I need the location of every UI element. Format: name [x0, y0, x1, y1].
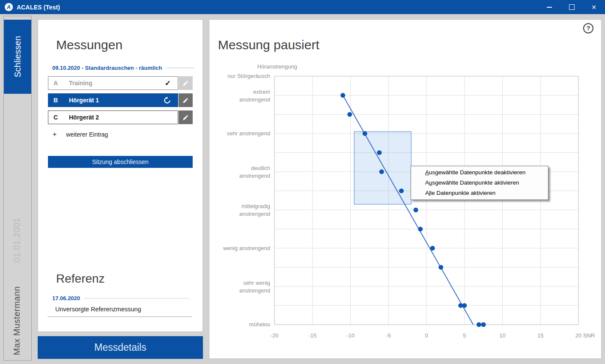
x-tick-label: 0 [425, 332, 428, 339]
data-point[interactable] [399, 188, 404, 193]
measurement-key: A [54, 80, 69, 87]
maximize-icon [569, 4, 575, 10]
x-axis-unit: SNR [583, 332, 595, 339]
schliessen-tab[interactable]: Schliessen [4, 20, 31, 94]
data-point[interactable] [347, 112, 352, 117]
measurements-panel: Messungen 09.10.2020 - Standardrauschen … [38, 19, 203, 332]
data-point[interactable] [477, 322, 481, 327]
messdetails-button[interactable]: Messdetails [38, 336, 203, 359]
session-header: 09.10.2020 - Standardrauschen - räumlich [52, 65, 194, 71]
maximize-button[interactable] [560, 0, 583, 14]
measurement-rows: ATraining✓BHörgerät 1CHörgerät 2 [48, 76, 193, 124]
patient-name: Max Mustermann [12, 286, 22, 355]
window-title: ACALES (Test) [17, 4, 60, 11]
measurement-label: Hörgerät 2 [69, 114, 173, 121]
measurement-row-c[interactable]: CHörgerät 2 [48, 110, 178, 124]
minimize-button[interactable] [538, 0, 560, 14]
measurement-row: CHörgerät 2 [48, 110, 193, 124]
titlebar: A ACALES (Test) ✕ [0, 0, 605, 14]
x-tick-label: -10 [346, 332, 355, 339]
patient-dob: 01.01.2001 [12, 218, 22, 263]
restart-icon [164, 97, 171, 104]
reference-title: Referenz [56, 272, 105, 286]
measurement-row: ATraining✓ [48, 76, 193, 90]
restart-icon[interactable] [164, 97, 171, 104]
measurement-label: Hörgerät 1 [69, 97, 164, 104]
reference-entry[interactable]: Unversorgte Referenzmessung [48, 305, 192, 317]
measurement-row: BHörgerät 1 [48, 93, 193, 107]
measurement-label: Training [69, 80, 165, 87]
reference-date-rule [84, 298, 189, 298]
edit-pencil-button [179, 76, 193, 90]
schliessen-tab-label: Schliessen [13, 36, 23, 78]
x-tick-label: -20 [271, 332, 279, 339]
patient-sidebar: Schliessen 01.01.2001 Max Mustermann [3, 16, 32, 361]
y-axis-title: Höranstrengung [257, 63, 297, 70]
finish-session-button[interactable]: Sitzung abschliessen [48, 156, 193, 168]
y-category-label: extrem [253, 89, 270, 95]
measurement-row-a[interactable]: ATraining✓ [48, 76, 178, 90]
edit-pencil-button[interactable] [179, 110, 193, 124]
x-tick-label: -15 [308, 332, 316, 339]
measurement-key: B [54, 97, 69, 104]
close-button[interactable]: ✕ [583, 0, 605, 14]
data-point[interactable] [363, 131, 367, 136]
data-point[interactable] [379, 170, 384, 174]
pencil-icon [182, 97, 189, 104]
data-point[interactable] [340, 93, 345, 98]
x-tick-label: 15 [537, 332, 543, 339]
data-point[interactable] [438, 265, 443, 270]
y-category-label: deutlich [251, 165, 270, 171]
y-category-label: wenig anstrengend [223, 245, 270, 251]
measurements-title: Messungen [56, 38, 122, 52]
minimize-icon [547, 7, 552, 8]
add-entry-label: weiterer Eintrag [66, 131, 108, 138]
acales-window: A ACALES (Test) ✕ Schliessen 01.01.2001 … [0, 0, 605, 364]
acales-logo-icon: A [5, 3, 13, 11]
data-point[interactable] [418, 227, 423, 231]
data-point[interactable] [430, 246, 435, 251]
data-point[interactable] [377, 150, 381, 155]
data-point[interactable] [462, 303, 467, 308]
y-category-label: anstrengend [239, 287, 270, 294]
y-category-label: sehr wenig [243, 280, 270, 286]
y-category-label: anstrengend [239, 96, 270, 103]
y-category-label: nur Störgeräusch [227, 73, 270, 79]
session-header-label: 09.10.2020 - Standardrauschen - räumlich [52, 65, 162, 71]
y-category-label: mittelgradig [241, 203, 270, 209]
check-icon: ✓ [165, 79, 171, 88]
y-category-label: mühelos [249, 321, 271, 328]
context-menu-item[interactable]: Ausgewählte Datenpunkte deaktivieren [411, 167, 548, 178]
context-menu-item[interactable]: Alle Datenpunkte aktivieren [411, 188, 548, 198]
measurement-main-panel: Messung pausiert ? Höranstrengungnur Stö… [209, 19, 602, 359]
plus-icon: + [53, 131, 57, 138]
y-category-label: anstrengend [239, 211, 270, 217]
session-header-rule [167, 68, 195, 68]
measurement-row-b[interactable]: BHörgerät 1 [48, 93, 178, 107]
add-entry-button[interactable]: + weiterer Eintrag [53, 131, 108, 138]
measurement-key: C [54, 114, 69, 121]
x-tick-label: 5 [463, 332, 466, 339]
pencil-icon [182, 114, 189, 121]
reference-date: 17.06.2020 [52, 295, 189, 301]
x-tick-label: 10 [499, 332, 505, 339]
edit-pencil-button[interactable] [179, 93, 193, 107]
y-category-label: sehr anstrengend [227, 130, 270, 137]
close-icon: ✕ [591, 4, 596, 10]
selection-rectangle [354, 131, 411, 204]
x-tick-label: -5 [386, 332, 391, 339]
context-menu-item[interactable]: Ausgewählte Datenpunkte aktivieren [411, 178, 548, 188]
x-tick-label: 20 [575, 332, 581, 339]
reference-date-label: 17.06.2020 [52, 295, 80, 301]
data-point[interactable] [481, 322, 486, 327]
pencil-icon [182, 80, 189, 87]
y-category-label: anstrengend [239, 173, 270, 179]
data-point[interactable] [414, 208, 418, 212]
context-menu: Ausgewählte Datenpunkte deaktivierenAusg… [411, 166, 548, 200]
window-controls: ✕ [538, 0, 605, 14]
